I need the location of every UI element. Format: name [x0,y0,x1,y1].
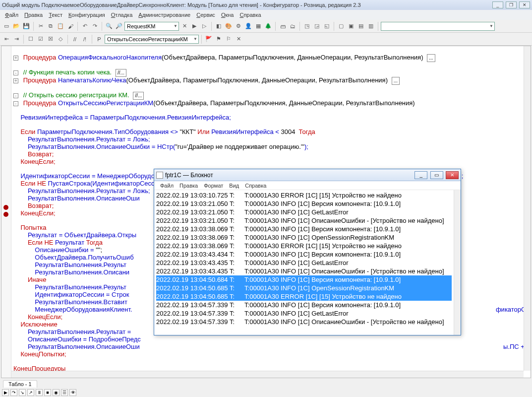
debug-break-icon[interactable]: ◉ [53,389,59,396]
np-menu-item-0[interactable]: Файл [157,182,177,189]
np-menu-item-1[interactable]: Правка [177,182,201,189]
menu-item-8[interactable]: Справка [236,11,264,19]
palette-icon[interactable]: 🎨 [224,22,233,31]
grid-icon[interactable]: ▦ [254,22,263,31]
app-title-bar: Общий модуль ПодключаемоеОборудованиеДра… [0,0,532,10]
box-icon[interactable]: 🗂 [288,22,297,31]
mark1-icon[interactable]: ☐ [26,35,35,44]
db-icon[interactable]: 🗃 [278,22,287,31]
tab-tablo[interactable]: Табло - 1 [3,380,37,388]
find-combo[interactable]: RequestKM▼ [124,22,179,31]
scrollbar-horizontal[interactable] [11,371,524,378]
comment-icon[interactable]: // [70,35,79,44]
log-line[interactable]: 2022.02.19 13:03:43.435 T:T:00001A30 INF… [156,259,452,267]
menu-item-1[interactable]: Правка [21,11,46,19]
debug-step-icon[interactable]: ▶ [2,389,9,396]
notepad-scrollbar[interactable] [454,190,461,335]
undo-icon[interactable]: ↶ [80,22,89,31]
log-line[interactable]: 2022.02.19 13:03:21.050 T:T:00001A30 INF… [156,208,452,216]
debug-over-icon[interactable]: ↷ [10,389,17,396]
notepad-body[interactable]: 2022.02.19 13:03:10.725 T:T:00001A30 ERR… [154,190,454,335]
paint-icon[interactable]: 🖌 [66,22,75,31]
cube2-icon[interactable]: ◲ [312,22,321,31]
redo-icon[interactable]: ↷ [90,22,99,31]
log-line[interactable]: 2022.02.19 13:03:43.435 T:T:00001A30 INF… [156,267,452,275]
debug-vars-icon[interactable]: ☰ [61,389,68,396]
menu-item-7[interactable]: Окна [218,11,237,19]
log-line[interactable]: 2022.02.19 13:04:57.339 T:T:00001A30 INF… [156,309,452,318]
cube3-icon[interactable]: ◱ [322,22,331,31]
menu-item-4[interactable]: Отладка [108,11,136,19]
mark3-icon[interactable]: ☒ [46,35,55,44]
address-combo[interactable]: ▼ [381,22,495,31]
minimize-button[interactable]: _ [492,1,503,8]
chart-icon[interactable]: ◧ [214,22,223,31]
close-find-icon[interactable]: ✕ [180,22,189,31]
paste-icon[interactable]: 📋 [56,22,65,31]
search-icon[interactable]: 🔎 [115,22,123,31]
uncomment-icon[interactable]: /! [80,35,89,44]
menu-item-6[interactable]: Сервис [193,11,218,19]
next-icon[interactable]: ▶ [190,22,199,31]
np-maximize-button[interactable]: ▭ [430,171,443,179]
log-line[interactable]: 2022.02.19 13:03:43.434 T:T:00001A30 INF… [156,250,452,259]
log-line[interactable]: 2022.02.19 13:04:57.339 T:T:00001A30 INF… [156,318,452,326]
person-icon[interactable]: 👤 [244,22,253,31]
breakpoint-icon[interactable] [3,212,8,217]
log-line[interactable]: 2022.02.19 13:03:21.050 T:T:00001A30 INF… [156,199,452,208]
flag4-icon[interactable]: ✕ [234,35,243,44]
np-menu-item-4[interactable]: Справка [242,182,269,189]
log-line[interactable]: 2022.02.19 13:04:50.684 T:T:00001A30 INF… [156,275,452,284]
np-close-button[interactable]: ✕ [446,171,459,179]
log-line[interactable]: 2022.02.19 13:03:38.069 T:T:00001A30 INF… [156,225,452,233]
flag2-icon[interactable]: ⚑ [214,35,223,44]
mark2-icon[interactable]: ☑ [36,35,45,44]
close-button[interactable]: ✕ [519,1,530,8]
debug-stop-icon[interactable]: ■ [44,389,51,396]
notepad-window[interactable]: fptr1C — Блокнот _ ▭ ✕ ФайлПравкаФорматВ… [154,169,461,335]
new-icon[interactable]: ▭ [2,22,11,31]
debug-watch-icon[interactable]: 👁 [69,389,76,396]
cut-icon[interactable]: ✂ [36,22,45,31]
menu-item-0[interactable]: Файл [2,11,21,19]
run-icon[interactable]: ▷ [200,22,209,31]
procedure-combo[interactable]: ОткрытьСессиюРегистрацииКМ▼ [105,35,199,44]
breakpoint-icon[interactable] [3,205,8,210]
indent-right-icon[interactable]: ⇥ [12,35,21,44]
save-icon[interactable]: 💾 [22,22,31,31]
log-line[interactable]: 2022.02.19 13:04:50.685 T:T:00001A30 INF… [156,284,452,292]
menu-item-3[interactable]: Конфигурация [65,11,108,19]
menu-item-5[interactable]: Администрирование [135,11,193,19]
form3-icon[interactable]: ▤ [356,22,365,31]
log-line[interactable]: 2022.02.19 13:04:50.685 T:T:00001A30 ERR… [156,292,452,301]
flag3-icon[interactable]: ⚐ [224,35,233,44]
gear-icon[interactable]: ⚙ [234,22,243,31]
form1-icon[interactable]: ▢ [337,22,346,31]
log-line[interactable]: 2022.02.19 13:03:38.069 T:T:00001A30 ERR… [156,242,452,250]
scrollbar-vertical[interactable] [524,46,531,371]
indent-left-icon[interactable]: ⇤ [2,35,11,44]
np-minimize-button[interactable]: _ [414,171,427,179]
copy-icon[interactable]: ⧉ [46,22,55,31]
log-line[interactable]: 2022.02.19 13:03:38.069 T:T:00001A30 INF… [156,233,452,242]
menu-item-2[interactable]: Текст [46,11,65,19]
log-line[interactable]: 2022.02.19 13:04:57.339 T:T:00001A30 INF… [156,301,452,309]
flag1-icon[interactable]: 🚩 [204,35,213,44]
find-icon[interactable]: 🔍 [105,22,114,31]
log-line[interactable]: 2022.02.19 13:03:10.725 T:T:00001A30 ERR… [156,191,452,199]
np-menu-item-3[interactable]: Вид [226,182,242,189]
mark4-icon[interactable]: ◇ [56,35,65,44]
tree-icon[interactable]: 🌲 [264,22,273,31]
np-menu-item-2[interactable]: Формат [201,182,226,189]
form2-icon[interactable]: ▣ [347,22,355,31]
debug-out-icon[interactable]: ↗ [27,389,34,396]
debug-pause-icon[interactable]: ⏸ [36,389,43,396]
cube1-icon[interactable]: ◳ [302,22,311,31]
restore-button[interactable]: ❐ [506,1,517,8]
open-icon[interactable]: 📂 [12,22,21,31]
debug-into-icon[interactable]: ↘ [19,389,26,396]
form4-icon[interactable]: ▥ [366,22,375,31]
log-line[interactable]: 2022.02.19 13:03:21.050 T:T:00001A30 INF… [156,216,452,225]
notepad-title-bar[interactable]: fptr1C — Блокнот _ ▭ ✕ [154,169,461,181]
proc-icon[interactable]: P [95,35,104,44]
